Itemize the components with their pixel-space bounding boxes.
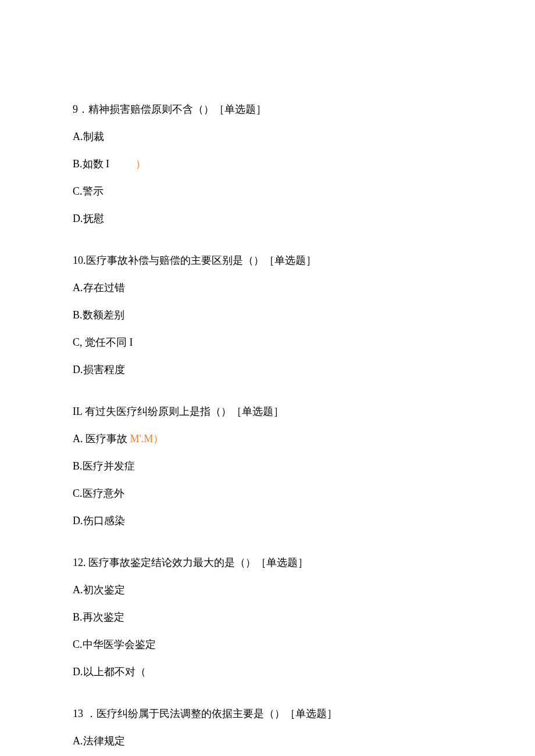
option-prefix: A. bbox=[73, 584, 83, 596]
option-label: 如数 I bbox=[83, 158, 110, 170]
option-prefix: C. bbox=[73, 488, 83, 499]
question-stem: 12. 医疗事故鉴定结论效力最大的是（）［单选题］ bbox=[73, 555, 462, 571]
question-stem: 9．精神损害赔偿原则不含（）［单选题］ bbox=[73, 102, 462, 117]
document-page: 9．精神损害赔偿原则不含（）［单选题］ A.制裁 B.如数 I ） C.警示 D… bbox=[0, 0, 535, 756]
option-b: B.数额差别 bbox=[73, 307, 462, 323]
question-text: 医疗事故鉴定结论效力最大的是（）［单选题］ bbox=[86, 557, 309, 568]
option-prefix: A. bbox=[73, 282, 83, 293]
option-prefix: C. bbox=[73, 639, 83, 650]
option-a: A.初次鉴定 bbox=[73, 582, 462, 598]
option-prefix: B. bbox=[73, 309, 83, 321]
option-label: 医疗意外 bbox=[83, 488, 124, 499]
question-block-11: IL 有过失医疗纠纷原则上是指（）［单选题］ A. 医疗事故 M'.M） B.医… bbox=[73, 404, 462, 529]
question-text: 有过失医疗纠纷原则上是指（）［单选题］ bbox=[82, 406, 284, 417]
option-prefix: C. bbox=[73, 185, 83, 197]
question-stem: 10.医疗事故补偿与赔偿的主要区别是（）［单选题］ bbox=[73, 253, 462, 268]
option-label: 数额差别 bbox=[83, 309, 124, 321]
option-suffix: M'.M） bbox=[130, 433, 164, 445]
option-a: A.法律规定 bbox=[73, 733, 462, 749]
option-prefix: A. bbox=[73, 131, 83, 142]
option-prefix: A. bbox=[73, 735, 83, 747]
option-prefix: D. bbox=[73, 213, 83, 224]
question-stem: 13 ．医疗纠纷属于民法调整的依据主要是（）［单选题］ bbox=[73, 706, 462, 722]
option-a: A. 医疗事故 M'.M） bbox=[73, 431, 462, 447]
option-d: D.伤口感染 bbox=[73, 513, 462, 529]
question-number: IL bbox=[73, 406, 82, 417]
option-prefix: D. bbox=[73, 666, 83, 678]
option-prefix: B. bbox=[73, 158, 83, 170]
option-prefix: B. bbox=[73, 460, 83, 472]
question-number: 9 bbox=[73, 103, 78, 115]
question-stem: IL 有过失医疗纠纷原则上是指（）［单选题］ bbox=[73, 404, 462, 420]
question-block-13: 13 ．医疗纠纷属于民法调整的依据主要是（）［单选题］ A.法律规定 bbox=[73, 706, 462, 749]
option-b: B.医疗并发症 bbox=[73, 458, 462, 474]
option-d: D.抚慰 bbox=[73, 211, 462, 227]
question-block-9: 9．精神损害赔偿原则不含（）［单选题］ A.制裁 B.如数 I ） C.警示 D… bbox=[73, 102, 462, 227]
option-c: C.中华医学会鉴定 bbox=[73, 637, 462, 653]
question-number: 13 bbox=[73, 708, 83, 719]
option-label: 伤口感染 bbox=[83, 515, 125, 526]
option-label: 医疗事故 bbox=[83, 433, 130, 445]
option-label: 再次鉴定 bbox=[83, 611, 124, 623]
question-block-10: 10.医疗事故补偿与赔偿的主要区别是（）［单选题］ A.存在过错 B.数额差别 … bbox=[73, 253, 462, 378]
option-c: C.警示 bbox=[73, 184, 462, 199]
option-label: 以上都不对（ bbox=[83, 666, 146, 678]
option-label: 抚慰 bbox=[83, 213, 104, 224]
option-label: 中华医学会鉴定 bbox=[83, 639, 156, 650]
option-label: 损害程度 bbox=[83, 364, 125, 375]
option-label: 觉任不同 I bbox=[83, 336, 133, 348]
option-label: 制裁 bbox=[83, 131, 104, 142]
option-c: C, 觉任不同 I bbox=[73, 335, 462, 350]
question-number: 12. bbox=[73, 557, 86, 568]
option-b: B.再次鉴定 bbox=[73, 610, 462, 625]
option-prefix: D. bbox=[73, 515, 83, 526]
option-label: 警示 bbox=[83, 185, 104, 197]
option-a: A.制裁 bbox=[73, 129, 462, 145]
option-d: D.以上都不对（ bbox=[73, 664, 462, 680]
option-label: 法律规定 bbox=[83, 735, 125, 747]
question-text: ．精神损害赔偿原则不含（）［单选题］ bbox=[78, 103, 266, 115]
option-label: 医疗并发症 bbox=[83, 460, 135, 472]
option-prefix: D. bbox=[73, 364, 83, 375]
question-block-12: 12. 医疗事故鉴定结论效力最大的是（）［单选题］ A.初次鉴定 B.再次鉴定 … bbox=[73, 555, 462, 680]
option-c: C.医疗意外 bbox=[73, 486, 462, 501]
option-prefix: B. bbox=[73, 611, 83, 623]
option-b: B.如数 I ） bbox=[73, 156, 462, 172]
option-d: D.损害程度 bbox=[73, 362, 462, 378]
option-prefix: A. bbox=[73, 433, 83, 445]
question-text: ．医疗纠纷属于民法调整的依据主要是（）［单选题］ bbox=[83, 708, 337, 719]
option-prefix: C, bbox=[73, 336, 83, 348]
option-label: 初次鉴定 bbox=[83, 584, 125, 596]
question-text: 医疗事故补偿与赔偿的主要区别是（）［单选题］ bbox=[86, 255, 316, 266]
option-a: A.存在过错 bbox=[73, 280, 462, 296]
question-number: 10. bbox=[73, 255, 86, 266]
option-label: 存在过错 bbox=[83, 282, 125, 293]
option-suffix: ） bbox=[135, 158, 146, 170]
